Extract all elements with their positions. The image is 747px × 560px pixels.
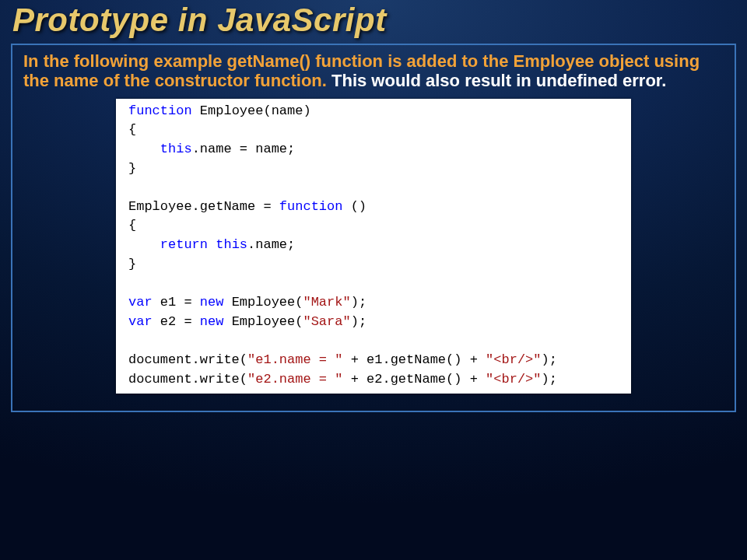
code-string: "e2.name = " [247, 372, 342, 387]
code-keyword: new [200, 314, 224, 329]
code-text: { [128, 122, 136, 137]
code-string: "<br/>" [486, 352, 541, 367]
code-text: Employee(name) [192, 103, 311, 118]
code-text: Employee( [223, 295, 303, 310]
code-text: .name = name; [192, 142, 296, 156]
code-keyword: function [279, 199, 343, 214]
code-text: document.write( [128, 372, 247, 387]
code-block: function Employee(name) { this.name = na… [116, 99, 631, 394]
slide: Prototype in JavaScript In the following… [0, 0, 747, 560]
code-text [128, 237, 160, 252]
code-text: .name; [247, 237, 295, 252]
code-text: } [128, 257, 136, 271]
code-text: + e2.getName() + [342, 372, 486, 387]
code-text [128, 142, 160, 156]
code-text: () [342, 199, 366, 214]
code-string: "e1.name = " [247, 352, 342, 367]
slide-title: Prototype in JavaScript [0, 0, 747, 39]
code-text: ); [542, 372, 557, 387]
code-text: ); [351, 295, 366, 310]
code-keyword: function [128, 103, 192, 118]
code-text: { [128, 218, 136, 233]
description-rest: This would also result in undefined erro… [327, 71, 666, 90]
code-text: } [128, 161, 136, 176]
code-string: "<br/>" [486, 372, 541, 387]
code-text: + e1.getName() + [342, 352, 486, 367]
code-text: Employee.getName = [128, 199, 279, 214]
code-keyword: this [216, 237, 247, 252]
code-text: ); [351, 314, 366, 329]
code-text: Employee( [223, 314, 303, 329]
code-keyword: new [200, 295, 224, 310]
code-keyword: this [160, 142, 192, 156]
code-string: "Mark" [303, 295, 350, 310]
code-keyword: var [128, 314, 153, 329]
code-string: "Sara" [303, 314, 350, 329]
code-text: e1 = [153, 295, 200, 310]
code-text: e2 = [153, 314, 200, 329]
code-keyword: var [128, 295, 153, 310]
code-text: document.write( [128, 352, 247, 367]
code-text: ); [542, 352, 557, 367]
content-box: In the following example getName() funct… [11, 44, 736, 412]
code-keyword: return [160, 237, 208, 252]
code-text [208, 237, 216, 252]
slide-description: In the following example getName() funct… [23, 51, 724, 91]
